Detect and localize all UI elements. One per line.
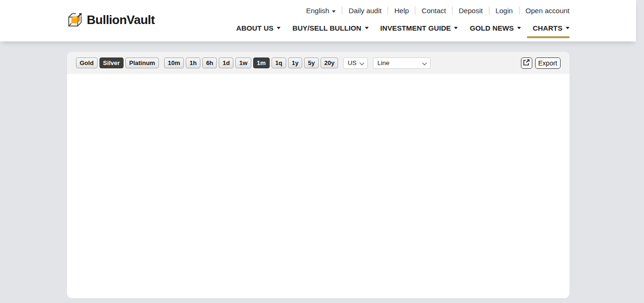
- period-button-6h[interactable]: 6h: [202, 57, 217, 68]
- chevron-down-icon: [566, 27, 570, 29]
- chart-type-select[interactable]: Line: [373, 57, 430, 69]
- external-link-icon: [523, 59, 530, 67]
- export-button[interactable]: Export: [535, 57, 561, 69]
- period-button-1w[interactable]: 1w: [235, 57, 251, 68]
- nav-item-charts[interactable]: CHARTS: [527, 19, 570, 37]
- period-button-10m[interactable]: 10m: [164, 57, 184, 68]
- gold-cube-icon: [67, 12, 83, 28]
- nav-item-buy-sell-bullion[interactable]: BUY/SELL BULLION: [287, 19, 374, 37]
- period-button-1m[interactable]: 1m: [253, 57, 270, 68]
- language-dropdown[interactable]: English: [306, 7, 342, 15]
- metal-button-gold[interactable]: Gold: [76, 57, 98, 68]
- utility-link-deposit[interactable]: Deposit: [453, 7, 489, 15]
- nav-item-about-us[interactable]: ABOUT US: [231, 19, 286, 37]
- period-button-1y[interactable]: 1y: [288, 57, 302, 68]
- chevron-down-icon: [365, 27, 369, 29]
- metal-button-platinum[interactable]: Platinum: [125, 57, 159, 68]
- currency-select[interactable]: USD: [343, 57, 368, 69]
- chart-plot-area[interactable]: [67, 74, 570, 298]
- nav-item-investment-guide[interactable]: INVESTMENT GUIDE: [375, 19, 464, 37]
- metal-button-silver[interactable]: Silver: [99, 57, 124, 68]
- period-button-20y[interactable]: 20y: [321, 57, 339, 68]
- chevron-down-icon: [277, 27, 281, 29]
- utility-link-help[interactable]: Help: [388, 7, 415, 15]
- chevron-down-icon: [332, 10, 336, 13]
- chart-toolbar: Gold Silver Platinum 10m 1h 6h 1d 1w 1m …: [67, 52, 570, 74]
- main-nav: ABOUT US BUY/SELL BULLION INVESTMENT GUI…: [230, 19, 570, 37]
- chevron-down-icon: [454, 27, 458, 29]
- period-button-1h[interactable]: 1h: [186, 57, 200, 68]
- period-button-5y[interactable]: 5y: [304, 57, 318, 68]
- active-tab-underline: [527, 36, 570, 38]
- brand-logo-link[interactable]: BullionVault: [67, 0, 155, 41]
- utility-link-daily-audit[interactable]: Daily audit: [342, 7, 388, 15]
- chart-card: Gold Silver Platinum 10m 1h 6h 1d 1w 1m …: [67, 52, 570, 298]
- utility-link-open-account[interactable]: Open account: [520, 7, 570, 15]
- utility-link-contact[interactable]: Contact: [415, 7, 452, 15]
- brand-name: BullionVault: [87, 13, 155, 27]
- open-fullscreen-button[interactable]: [521, 57, 532, 69]
- period-button-1d[interactable]: 1d: [219, 57, 233, 68]
- utility-link-login[interactable]: Login: [489, 7, 519, 15]
- utility-nav: English Daily audit Help Contact Deposit…: [306, 7, 570, 15]
- period-button-1q[interactable]: 1q: [272, 57, 286, 68]
- chevron-down-icon: [517, 27, 521, 29]
- nav-item-gold-news[interactable]: GOLD NEWS: [464, 19, 526, 37]
- site-header: BullionVault English Daily audit Help Co…: [0, 0, 636, 41]
